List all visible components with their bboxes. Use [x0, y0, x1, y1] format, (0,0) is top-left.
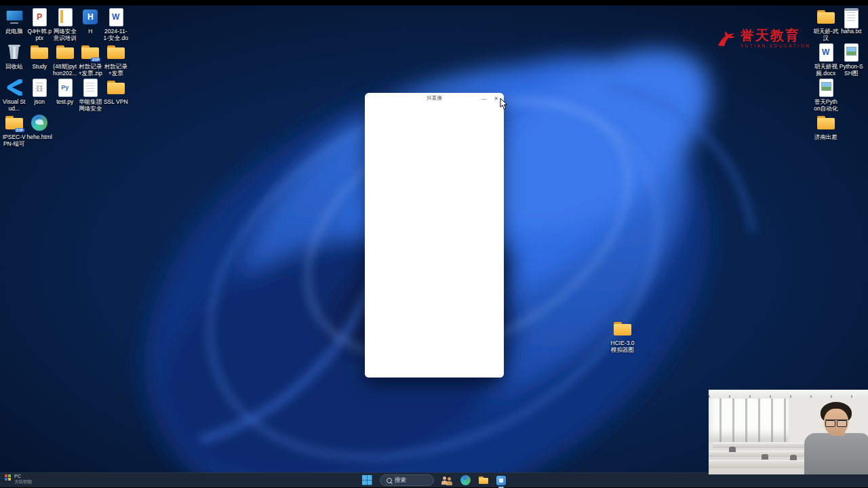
folder-icon — [816, 7, 836, 27]
webcam-chair — [729, 447, 736, 452]
desktop-icon-this-pc[interactable]: 此电脑 — [1, 7, 27, 42]
watermark-title: 誉天教育 — [741, 28, 810, 42]
desktop-icon-hcie-folder[interactable]: HCIE-3.0模拟器图 — [610, 319, 635, 353]
search-label: 搜索 — [395, 476, 406, 485]
python-file-icon: Py — [55, 77, 75, 98]
letterbox-top — [0, 0, 868, 5]
windows-color-logo-icon — [5, 474, 12, 481]
icon-label: Python-SSH图 — [838, 63, 864, 77]
icon-label: hehe.html — [26, 134, 52, 140]
desktop-icon-invoice-folder[interactable]: 村款记录+发票 — [103, 42, 129, 77]
notebook-file-icon — [55, 7, 75, 27]
word-file-icon: W — [816, 42, 836, 62]
desktop-icon-jinan-folder[interactable]: 济南出差 — [813, 113, 839, 148]
active-app-window-icon[interactable] — [496, 476, 506, 485]
zip-archive-icon: ZIP — [80, 42, 100, 62]
taskbar: 搜索 — [0, 472, 868, 487]
notepad-file-icon — [841, 7, 861, 27]
desktop-icon-wuhan-folder[interactable]: 胡天娇-武汉 — [813, 7, 839, 42]
desktop-icon-recycle-bin[interactable]: 回收站 — [1, 42, 27, 77]
webcam-presenter — [802, 399, 868, 474]
icon-label: test.py — [52, 98, 78, 105]
folder-icon — [106, 77, 126, 98]
folder-icon — [106, 42, 126, 62]
icon-label: 回收站 — [1, 63, 27, 70]
icon-label: 华能集团网络安全培... — [77, 98, 103, 113]
icon-label: 济南出差 — [813, 134, 839, 140]
desktop-icon-testpy[interactable]: Py test.py — [52, 77, 78, 113]
screen: 誉天教育 YUTIAN EDUCATION 此电脑 P Q4中韩.pptx 网络… — [0, 0, 868, 488]
computer-icon — [4, 7, 24, 27]
desktop-icon-docx[interactable]: W 2024-11-1-安全.docx — [103, 7, 129, 42]
icon-label: 胡天娇-武汉 — [813, 28, 839, 41]
icon-label: Study — [26, 63, 52, 70]
document-file-icon — [80, 77, 100, 98]
desktop-icon-huaneng-doc[interactable]: 华能集团网络安全培... — [77, 77, 103, 113]
json-file-icon: { } — [29, 77, 50, 98]
file-explorer-icon[interactable] — [478, 476, 489, 485]
folder-icon — [29, 42, 50, 62]
webcam-chair — [762, 454, 768, 460]
desktop-icon-study-folder[interactable]: Study — [26, 42, 52, 77]
icon-label: H — [77, 28, 103, 35]
image-file-icon — [841, 42, 861, 62]
vscode-icon — [4, 77, 24, 98]
desktop-icon-vscode[interactable]: Visual Stud... — [1, 77, 27, 113]
status-line1: PC — [14, 474, 32, 479]
edge-browser-icon[interactable] — [460, 475, 471, 485]
icon-label: json — [26, 98, 52, 105]
desktop-icon-grid-right: 胡天娇-武汉 haha.txt W 胡天娇视频.docx Python-SSH图… — [813, 7, 864, 148]
icon-label: (48期)python202... — [52, 63, 78, 77]
desktop-icon-training[interactable]: 网络安全意识培训 — [52, 7, 78, 42]
word-file-icon: W — [106, 7, 126, 27]
powerpoint-file-icon: P — [29, 7, 50, 27]
dialog-titlebar[interactable]: 抖直播 — ✕ — [365, 93, 504, 104]
desktop-icon-automation-image[interactable]: 誉天Python自动化运... — [813, 77, 839, 113]
stream-status-overlay: PC 大陆明朗 — [5, 474, 32, 485]
dialog-title: 抖直播 — [427, 95, 442, 102]
webcam-desk-row — [713, 443, 814, 448]
people-icon[interactable] — [441, 475, 453, 485]
folder-icon — [612, 319, 633, 339]
presenter-body — [804, 433, 868, 474]
taskbar-center-group: 搜索 — [362, 473, 506, 487]
icon-label: 网络安全意识培训 — [52, 28, 78, 41]
webcam-desk-row — [709, 460, 812, 468]
icon-label: 村款记录+发票.zip — [77, 63, 103, 77]
desktop-icon-haha-txt[interactable]: haha.txt — [838, 7, 864, 42]
presenter-glasses — [825, 420, 848, 427]
icon-label: Visual Stud... — [1, 98, 27, 112]
zip-archive-icon: ZIP — [4, 113, 24, 133]
live-stream-dialog: 抖直播 — ✕ — [365, 93, 504, 378]
desktop-icon-invoice-zip[interactable]: ZIP 村款记录+发票.zip — [77, 42, 103, 77]
taskbar-search[interactable]: 搜索 — [380, 474, 434, 486]
desktop-icon-video-docx[interactable]: W 胡天娇视频.docx — [813, 42, 839, 77]
watermark-subtitle: YUTIAN EDUCATION — [741, 44, 810, 49]
desktop-icon-python-folder[interactable]: (48期)python202... — [52, 42, 78, 77]
desktop-icon-hehe-html[interactable]: hehe.html — [26, 113, 52, 148]
minimize-button[interactable]: — — [479, 94, 489, 103]
image-file-icon — [816, 77, 836, 98]
desktop-icon-h-app[interactable]: H H — [77, 7, 103, 42]
dialog-content-blank — [365, 104, 504, 378]
mouse-cursor — [500, 98, 508, 110]
search-icon — [387, 478, 392, 483]
brand-watermark: 誉天教育 YUTIAN EDUCATION — [716, 28, 810, 49]
icon-label: SSL VPN — [103, 98, 129, 105]
desktop-icon-json[interactable]: { } json — [26, 77, 52, 113]
icon-label: 誉天Python自动化运... — [813, 98, 839, 113]
desktop-icon-ssh-image[interactable]: Python-SSH图 — [838, 42, 864, 77]
start-button-icon[interactable] — [362, 475, 372, 485]
icon-label: Q4中韩.pptx — [26, 28, 52, 41]
bird-logo-icon — [716, 28, 736, 49]
desktop-icon-pptx[interactable]: P Q4中韩.pptx — [26, 7, 52, 42]
icon-label: 此电脑 — [1, 28, 27, 35]
blue-app-icon: H — [80, 7, 100, 27]
desktop-icon-ipsec-zip[interactable]: ZIP IPSEC-VPN-端可靠光... — [1, 113, 27, 148]
icon-label: haha.txt — [838, 28, 864, 35]
desktop-icon-grid-left: 此电脑 P Q4中韩.pptx 网络安全意识培训 H H W 2024-11-1… — [1, 7, 129, 148]
folder-icon — [55, 42, 75, 62]
recycle-bin-icon — [4, 42, 24, 62]
desktop-icon-sslvpn-folder[interactable]: SSL VPN — [103, 77, 129, 113]
webcam-overlay — [709, 390, 868, 474]
